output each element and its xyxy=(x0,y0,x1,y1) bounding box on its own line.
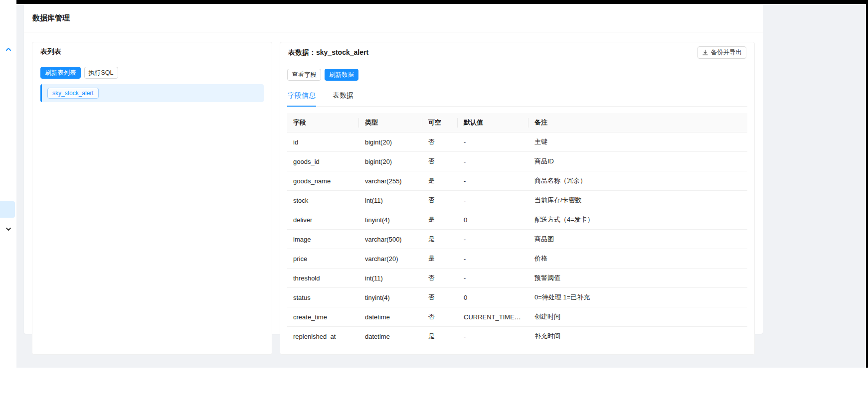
table-cell: CURRENT_TIMESTAMP xyxy=(458,307,528,327)
download-icon xyxy=(702,49,708,56)
table-list-panel-body: 刷新表列表 执行SQL sky_stock_alert xyxy=(32,61,272,110)
execute-sql-button[interactable]: 执行SQL xyxy=(84,67,118,79)
table-cell: image xyxy=(287,230,359,249)
table-data-panel-title: 表数据：sky_stock_alert xyxy=(288,48,368,57)
table-data-actions: 查看字段 刷新数据 xyxy=(287,69,747,81)
table-cell: 否 xyxy=(422,307,458,327)
table-cell: int(11) xyxy=(359,191,422,210)
backup-export-button[interactable]: 备份并导出 xyxy=(697,46,747,59)
table-cell: tinyint(4) xyxy=(359,288,422,307)
table-row: stockint(11)否-当前库存/卡密数 xyxy=(287,191,747,210)
table-cell: - xyxy=(458,249,528,269)
table-cell: price xyxy=(287,249,359,269)
main-area: 数据库管理 表列表 刷新表列表 执行SQL sky_stock_alert xyxy=(16,4,866,368)
table-cell: datetime xyxy=(359,327,422,346)
table-data-title-prefix: 表数据： xyxy=(288,48,316,56)
table-list-panel: 表列表 刷新表列表 执行SQL sky_stock_alert xyxy=(32,42,272,355)
refresh-table-list-button[interactable]: 刷新表列表 xyxy=(40,67,81,79)
table-cell: 配送方式（4=发卡） xyxy=(528,210,747,230)
table-data-panel-header: 表数据：sky_stock_alert 备份并导出 xyxy=(280,42,754,63)
table-cell: 是 xyxy=(422,171,458,191)
table-cell: 否 xyxy=(422,288,458,307)
table-cell: - xyxy=(458,133,528,152)
column-header: 类型 xyxy=(359,113,422,133)
table-cell: - xyxy=(458,327,528,346)
content-area: 表列表 刷新表列表 执行SQL sky_stock_alert 表数据：sky_… xyxy=(24,32,763,363)
table-cell: id xyxy=(287,133,359,152)
table-cell: datetime xyxy=(359,307,422,327)
table-cell: 是 xyxy=(422,210,458,230)
table-row: delivertinyint(4)是0配送方式（4=发卡） xyxy=(287,210,747,230)
table-cell: bigint(20) xyxy=(359,152,422,171)
table-cell: 当前库存/卡密数 xyxy=(528,191,747,210)
fields-table-body: idbigint(20)否-主键goods_idbigint(20)否-商品ID… xyxy=(287,133,747,346)
table-cell: 0=待处理 1=已补充 xyxy=(528,288,747,307)
table-cell: deliver xyxy=(287,210,359,230)
table-cell: varchar(255) xyxy=(359,171,422,191)
table-cell: 是 xyxy=(422,230,458,249)
table-cell: 0 xyxy=(458,210,528,230)
table-cell: tinyint(4) xyxy=(359,210,422,230)
table-cell: 否 xyxy=(422,191,458,210)
table-cell: stock xyxy=(287,191,359,210)
table-row: replenished_atdatetime是-补充时间 xyxy=(287,327,747,346)
refresh-data-button[interactable]: 刷新数据 xyxy=(325,69,358,81)
table-cell: - xyxy=(458,269,528,288)
table-cell: 0 xyxy=(458,288,528,307)
column-header: 备注 xyxy=(528,113,747,133)
view-fields-button[interactable]: 查看字段 xyxy=(287,69,321,81)
table-cell: int(11) xyxy=(359,269,422,288)
table-cell: goods_name xyxy=(287,171,359,191)
table-cell: 预警阈值 xyxy=(528,269,747,288)
table-cell: 否 xyxy=(422,152,458,171)
tabs: 字段信息表数据 xyxy=(287,86,747,107)
table-cell: varchar(20) xyxy=(359,249,422,269)
table-cell: goods_id xyxy=(287,152,359,171)
header-row: 字段类型可空默认值备注 xyxy=(287,113,747,133)
page-title: 数据库管理 xyxy=(32,13,70,23)
table-data-panel-body: 查看字段 刷新数据 字段信息表数据 字段类型可空默认值备注 idbigint(2… xyxy=(280,63,754,354)
column-header: 字段 xyxy=(287,113,359,133)
table-cell: - xyxy=(458,191,528,210)
table-list: sky_stock_alert xyxy=(40,84,264,102)
app-window: 数据库管理 表列表 刷新表列表 执行SQL sky_stock_alert xyxy=(0,0,868,368)
chevron-up-icon[interactable] xyxy=(0,46,16,53)
table-list-panel-header: 表列表 xyxy=(32,42,272,61)
table-data-title-name: sky_stock_alert xyxy=(316,48,368,56)
table-data-panel: 表数据：sky_stock_alert 备份并导出 查看字段 刷新数据 xyxy=(280,42,755,355)
table-row: pricevarchar(20)是-价格 xyxy=(287,249,747,269)
table-cell: 创建时间 xyxy=(528,307,747,327)
table-cell: 主键 xyxy=(528,133,747,152)
table-cell: 否 xyxy=(422,133,458,152)
tab-table-data[interactable]: 表数据 xyxy=(332,86,354,107)
collapsed-active-menu-item[interactable] xyxy=(0,201,15,218)
table-row: imagevarchar(500)是-商品图 xyxy=(287,230,747,249)
collapsed-sidebar xyxy=(0,0,16,368)
table-cell: 商品名称（冗余） xyxy=(528,171,747,191)
table-row: goods_namevarchar(255)是-商品名称（冗余） xyxy=(287,171,747,191)
table-cell: - xyxy=(458,230,528,249)
table-cell: 商品ID xyxy=(528,152,747,171)
table-cell: - xyxy=(458,171,528,191)
table-cell: 否 xyxy=(422,269,458,288)
column-header: 可空 xyxy=(422,113,458,133)
table-row: idbigint(20)否-主键 xyxy=(287,133,747,152)
table-cell: - xyxy=(458,152,528,171)
table-list-item[interactable]: sky_stock_alert xyxy=(40,84,264,102)
table-cell: 是 xyxy=(422,327,458,346)
table-row: thresholdint(11)否-预警阈值 xyxy=(287,269,747,288)
table-name-tag[interactable]: sky_stock_alert xyxy=(47,88,99,99)
table-cell: bigint(20) xyxy=(359,133,422,152)
table-cell: 价格 xyxy=(528,249,747,269)
fields-table: 字段类型可空默认值备注 idbigint(20)否-主键goods_idbigi… xyxy=(287,113,747,346)
table-cell: create_time xyxy=(287,307,359,327)
fields-table-head: 字段类型可空默认值备注 xyxy=(287,113,747,133)
backup-export-label: 备份并导出 xyxy=(711,49,742,56)
table-cell: 补充时间 xyxy=(528,327,747,346)
tab-field-info[interactable]: 字段信息 xyxy=(287,86,316,107)
chevron-down-icon[interactable] xyxy=(0,226,16,233)
table-list-panel-title: 表列表 xyxy=(40,47,61,56)
table-cell: status xyxy=(287,288,359,307)
table-cell: 商品图 xyxy=(528,230,747,249)
table-list-actions: 刷新表列表 执行SQL xyxy=(40,67,264,79)
